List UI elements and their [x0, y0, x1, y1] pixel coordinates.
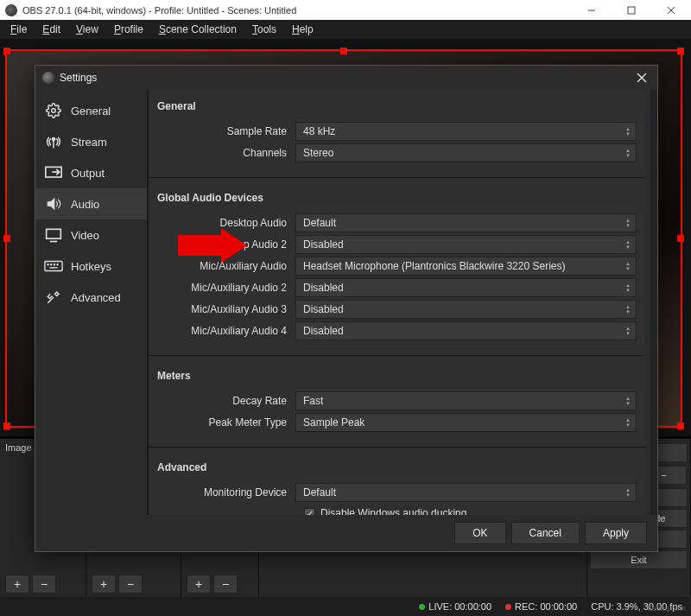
close-button[interactable] [651, 0, 691, 20]
cancel-button[interactable]: Cancel [511, 522, 580, 544]
svg-point-15 [51, 264, 52, 265]
peak-meter-select[interactable]: Sample Peak▲▼ [295, 413, 637, 432]
group-heading: Global Audio Devices [157, 187, 637, 211]
tools-icon [44, 289, 63, 305]
ok-button[interactable]: OK [454, 522, 505, 544]
output-icon [44, 165, 63, 181]
sidebar-item-advanced[interactable]: Advanced [35, 282, 147, 313]
remove-button[interactable]: − [118, 575, 143, 594]
settings-dialog: Settings General Stream Output Audio [35, 65, 658, 552]
ducking-checkbox[interactable]: ✓ [304, 508, 315, 516]
maximize-button[interactable] [612, 0, 651, 20]
settings-sidebar: General Stream Output Audio Video Hotkey… [35, 90, 148, 515]
keyboard-icon [44, 258, 63, 274]
field-label: Desktop Audio [157, 217, 295, 229]
menu-edit[interactable]: Edit [35, 22, 67, 37]
monitoring-device-select[interactable]: Default▲▼ [295, 483, 637, 502]
menu-profile[interactable]: Profile [107, 22, 150, 37]
monitor-icon [44, 227, 63, 243]
mic-aux-audio-4-select[interactable]: Disabled▲▼ [295, 321, 637, 340]
crop-handle[interactable] [677, 422, 684, 429]
menu-help[interactable]: Help [285, 22, 320, 37]
field-label: Mic/Auxiliary Audio [157, 260, 295, 272]
menu-scene-collection[interactable]: Scene Collection [152, 22, 244, 37]
sidebar-item-label: Stream [71, 136, 107, 149]
remove-button[interactable]: − [213, 575, 238, 594]
exit-button[interactable]: Exit [590, 550, 688, 569]
status-rec: REC: 00:00:00 [505, 601, 577, 612]
gear-icon [44, 103, 63, 118]
svg-point-7 [53, 138, 55, 141]
svg-rect-1 [628, 7, 635, 14]
crop-handle[interactable] [677, 235, 684, 242]
sidebar-item-label: Advanced [71, 291, 121, 304]
menu-view[interactable]: View [69, 22, 105, 37]
sidebar-item-stream[interactable]: Stream [35, 126, 147, 157]
crop-handle[interactable] [340, 48, 347, 54]
apply-button[interactable]: Apply [585, 522, 647, 544]
window-title: OBS 27.0.1 (64-bit, windows) - Profile: … [22, 5, 296, 16]
dialog-titlebar[interactable]: Settings [35, 66, 657, 90]
decay-rate-select[interactable]: Fast▲▼ [295, 391, 637, 410]
group-heading: Advanced [157, 456, 637, 480]
svg-rect-11 [47, 229, 61, 238]
field-label: Sample Rate [157, 125, 295, 137]
sidebar-item-hotkeys[interactable]: Hotkeys [35, 251, 147, 282]
sidebar-item-label: General [71, 105, 111, 117]
field-label: Peak Meter Type [157, 416, 295, 429]
window-titlebar: OBS 27.0.1 (64-bit, windows) - Profile: … [0, 0, 691, 20]
add-button[interactable]: + [92, 575, 116, 594]
mic-aux-audio-2-select[interactable]: Disabled▲▼ [295, 278, 637, 297]
svg-point-14 [48, 264, 48, 265]
menubar: File Edit View Profile Scene Collection … [0, 20, 691, 39]
svg-point-6 [52, 109, 56, 113]
field-label: Desktop Audio 2 [157, 238, 295, 251]
crop-handle[interactable] [677, 48, 684, 54]
svg-rect-13 [45, 262, 62, 271]
crop-handle[interactable] [3, 235, 10, 242]
dialog-title: Settings [60, 72, 97, 84]
svg-marker-10 [48, 199, 54, 209]
speaker-icon [44, 196, 63, 212]
field-label: Monitoring Device [157, 486, 295, 499]
field-label: Channels [157, 147, 295, 159]
mic-aux-audio-3-select[interactable]: Disabled▲▼ [295, 300, 637, 319]
menu-tools[interactable]: Tools [245, 22, 283, 37]
field-label: Mic/Auxiliary Audio 2 [157, 282, 295, 294]
status-live: LIVE: 00:00:00 [419, 601, 491, 612]
sidebar-item-audio[interactable]: Audio [35, 188, 147, 219]
sidebar-item-label: Video [71, 229, 99, 242]
crop-handle[interactable] [3, 48, 10, 54]
close-icon[interactable] [633, 69, 650, 86]
sidebar-item-output[interactable]: Output [35, 157, 147, 188]
scrollbar[interactable] [650, 90, 657, 515]
mic-aux-audio-select[interactable]: Headset Microphone (Plantronics Blackwir… [295, 257, 637, 276]
group-heading: General [157, 95, 637, 119]
remove-button[interactable]: − [32, 575, 56, 594]
sample-rate-select[interactable]: 48 kHz▲▼ [295, 122, 637, 141]
settings-content: General Sample Rate 48 kHz▲▼ Channels St… [148, 90, 650, 515]
sidebar-item-label: Hotkeys [71, 260, 111, 273]
group-heading: Meters [157, 365, 637, 389]
desktop-audio-select[interactable]: Default▲▼ [295, 213, 637, 232]
menu-file[interactable]: File [3, 22, 34, 37]
svg-point-17 [57, 264, 58, 265]
sidebar-item-video[interactable]: Video [35, 219, 147, 251]
field-label: Decay Rate [157, 395, 295, 407]
obs-logo-icon [5, 4, 17, 16]
dialog-footer: OK Cancel Apply [35, 515, 657, 551]
add-button[interactable]: + [187, 575, 211, 594]
channels-select[interactable]: Stereo▲▼ [295, 143, 637, 162]
sidebar-item-general[interactable]: General [35, 95, 147, 126]
minimize-button[interactable] [572, 0, 612, 20]
status-bar: LIVE: 00:00:00 REC: 00:00:00 CPU: 3.9%, … [0, 597, 691, 616]
antenna-icon [44, 134, 63, 149]
crop-handle[interactable] [3, 422, 10, 429]
sidebar-item-label: Output [71, 167, 105, 180]
desktop-audio-2-select[interactable]: Disabled▲▼ [295, 235, 637, 254]
watermark: deuaq.com [647, 604, 686, 613]
checkbox-label: Disable Windows audio ducking [320, 507, 466, 515]
field-label: Mic/Auxiliary Audio 4 [157, 325, 295, 337]
obs-logo-icon [42, 72, 54, 84]
add-button[interactable]: + [5, 575, 29, 594]
